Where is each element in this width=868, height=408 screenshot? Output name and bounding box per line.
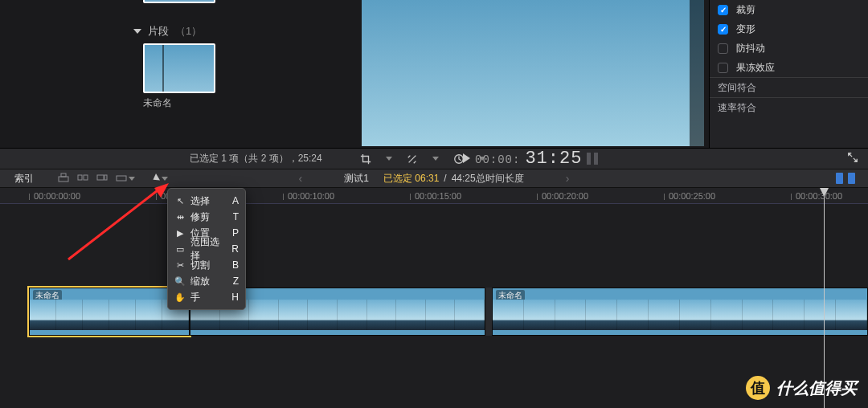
- tool-menu-label: 缩放: [190, 275, 228, 288]
- tool-menu-shortcut: H: [231, 292, 239, 303]
- tool-menu-label: 切割: [190, 259, 227, 272]
- ruler-timestamp: 00:00:25:00: [664, 191, 715, 201]
- tool-menu-icon: ✂: [174, 260, 186, 271]
- timecode-prefix: 00:00:: [475, 153, 520, 166]
- clips-section-header[interactable]: 片段 （1）: [133, 24, 202, 39]
- tool-context-menu: ↖选择A⇹修剪T▶位置P▭范围选择R✂切割B🔍缩放Z✋手H: [167, 188, 246, 310]
- tool-menu-label: 手: [190, 291, 227, 304]
- tool-menu-icon: ✋: [174, 292, 186, 303]
- media-thumbnail-partial[interactable]: [143, 0, 215, 3]
- tool-menu-icon: ▭: [174, 244, 186, 255]
- tool-menu-item[interactable]: 🔍缩放Z: [168, 273, 245, 289]
- selected-duration: 06:31: [415, 173, 439, 184]
- media-thumbnail-caption: 未命名: [143, 96, 172, 110]
- svg-rect-6: [104, 175, 107, 180]
- prev-project-button[interactable]: ‹: [299, 172, 303, 185]
- overwrite-clip-icon[interactable]: [116, 173, 135, 185]
- svg-rect-4: [84, 175, 88, 180]
- tool-menu-item[interactable]: ✂切割B: [168, 257, 245, 273]
- inspector-row-label: 裁剪: [736, 3, 755, 17]
- next-project-button[interactable]: ›: [566, 172, 570, 185]
- media-thumbnail[interactable]: [143, 43, 215, 93]
- timeline-clip[interactable]: 未命名: [492, 288, 868, 336]
- timecode-main: 31:25: [525, 149, 582, 169]
- tool-menu-shortcut: P: [232, 227, 239, 239]
- ruler-timestamp: 00:00:15:00: [410, 191, 461, 201]
- inspector-panel: 裁剪变形防抖动果冻效应空间符合速率符合: [709, 0, 868, 169]
- clips-section-count: （1）: [175, 24, 202, 39]
- viewer-timecode: 00:00: 31:25: [463, 149, 582, 169]
- viewer-panel: [349, 0, 709, 169]
- media-browser-panel: 片段 （1） 未命名: [0, 0, 349, 169]
- svg-rect-3: [78, 175, 82, 180]
- append-clip-icon[interactable]: [96, 173, 108, 185]
- play-icon[interactable]: [463, 153, 470, 163]
- ruler-timestamp: 00:00:00:00: [29, 191, 80, 201]
- tool-menu-label: 选择: [190, 194, 227, 208]
- disclosure-triangle-icon: [133, 29, 141, 34]
- tool-menu-label: 修剪: [190, 210, 228, 224]
- crop-dropdown-icon[interactable]: [386, 157, 392, 161]
- checkbox[interactable]: [718, 63, 728, 73]
- tool-menu-shortcut: A: [232, 195, 239, 206]
- ruler-timestamp: 00:00:10:00: [283, 191, 334, 201]
- tool-menu-icon: ⇹: [174, 212, 186, 222]
- clips-section-label: 片段: [148, 24, 169, 39]
- project-name: 测试1: [344, 172, 369, 186]
- svg-rect-2: [61, 173, 66, 177]
- inspector-row[interactable]: 果冻效应: [710, 58, 868, 77]
- timeline-gap[interactable]: [485, 288, 492, 336]
- inspector-row[interactable]: 裁剪: [710, 0, 868, 19]
- crop-tool-icon[interactable]: [360, 153, 371, 165]
- tool-menu-shortcut: Z: [233, 275, 239, 287]
- tool-menu-shortcut: B: [232, 259, 239, 271]
- inspector-row-label: 果冻效应: [736, 61, 775, 75]
- insert-clip-icon[interactable]: [77, 173, 88, 185]
- total-duration: 44:25总时间长度: [452, 172, 524, 186]
- tool-menu-shortcut: R: [231, 243, 239, 255]
- checkbox[interactable]: [718, 43, 728, 54]
- fullscreen-icon[interactable]: [847, 152, 858, 165]
- inspector-row[interactable]: 变形: [710, 19, 868, 39]
- tool-menu-item[interactable]: ✋手H: [168, 289, 245, 305]
- svg-rect-7: [117, 176, 126, 181]
- enhance-dropdown-icon[interactable]: [432, 157, 439, 161]
- browser-selection-status: 已选定 1 项（共 2 项），25:24: [190, 152, 322, 165]
- tool-menu-item[interactable]: ⇹修剪T: [168, 209, 245, 225]
- watermark-text: 什么值得买: [776, 377, 857, 399]
- svg-rect-1: [59, 177, 68, 182]
- inspector-row-label: 变形: [736, 22, 755, 36]
- tool-menu-icon: 🔍: [174, 276, 186, 287]
- enhance-tool-icon[interactable]: [407, 153, 418, 165]
- audio-meter-icon[interactable]: [587, 153, 598, 165]
- connect-clip-icon[interactable]: [58, 173, 69, 185]
- checkbox[interactable]: [718, 5, 728, 15]
- watermark: 值 什么值得买: [746, 376, 857, 400]
- timeline-clip-selected[interactable]: 未命名: [29, 288, 190, 336]
- inspector-row-label: 防抖动: [736, 42, 765, 55]
- tool-menu-item[interactable]: ↖选择A: [168, 193, 245, 209]
- ruler-timestamp: 00:00:20:00: [537, 191, 588, 201]
- svg-rect-5: [97, 175, 104, 180]
- index-button[interactable]: 索引: [14, 172, 34, 186]
- viewer-toolstrip: 已选定 1 项（共 2 项），25:24 00:00: 31:25: [0, 148, 868, 169]
- chevron-down-icon: [162, 177, 168, 181]
- timeline-toolbar: 索引 ‹ 测试1 已选定 06:31 / 44:25总时间长度 ›: [0, 169, 868, 188]
- skimming-toggle-icons[interactable]: [836, 173, 855, 184]
- tool-menu-shortcut: T: [233, 211, 239, 222]
- timeline-ruler[interactable]: 00:00:00:0000:00:05:0000:00:10:0000:00:1…: [0, 188, 868, 204]
- watermark-badge: 值: [746, 376, 770, 400]
- ruler-timestamp: 00:00:30:00: [791, 191, 842, 201]
- inspector-row[interactable]: 速率符合: [710, 98, 868, 117]
- arrow-cursor-icon: [151, 173, 160, 183]
- tool-menu-icon: ↖: [174, 196, 186, 206]
- tool-menu-icon: ▶: [174, 228, 186, 239]
- checkbox[interactable]: [718, 24, 728, 35]
- inspector-row[interactable]: 空间符合: [710, 78, 868, 97]
- tool-menu-item[interactable]: ▭范围选择R: [168, 241, 245, 257]
- viewer-frame[interactable]: [362, 0, 704, 146]
- tool-selector-dropdown[interactable]: [153, 174, 168, 182]
- playhead[interactable]: [824, 188, 825, 408]
- inspector-row[interactable]: 防抖动: [710, 39, 868, 58]
